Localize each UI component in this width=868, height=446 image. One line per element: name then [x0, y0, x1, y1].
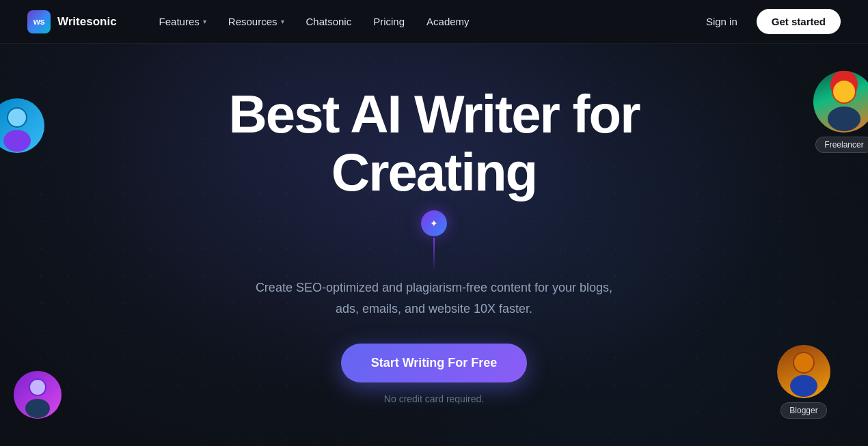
nav-item-resources[interactable]: Resources ▾ — [219, 10, 294, 33]
hero-title: Best AI Writer for Creating — [126, 85, 742, 203]
nav-item-features[interactable]: Features ▾ — [150, 10, 216, 33]
logo-area[interactable]: ws Writesonic — [27, 10, 117, 33]
nav-item-academy[interactable]: Academy — [417, 10, 479, 33]
cta-button[interactable]: Start Writing For Free — [341, 344, 528, 382]
svg-point-8 — [3, 130, 31, 152]
hero-section: Best AI Writer for Creating ✦ Create SEO… — [0, 44, 868, 446]
avatar-blogger: Blogger — [777, 345, 830, 419]
chevron-down-icon: ▾ — [203, 18, 206, 25]
navbar: ws Writesonic Features ▾ Resources ▾ Cha… — [0, 0, 868, 44]
avatar-freelancer: Freelancer — [813, 71, 868, 153]
nav-item-chatsonic[interactable]: Chatsonic — [297, 10, 362, 33]
sign-in-button[interactable]: Sign in — [698, 10, 746, 33]
svg-point-5 — [790, 375, 817, 397]
cursor-circle-icon: ✦ — [421, 210, 447, 236]
svg-point-1 — [828, 107, 860, 131]
logo-icon: ws — [27, 10, 51, 33]
no-credit-text: No credit card required. — [384, 393, 484, 404]
svg-point-12 — [30, 380, 45, 395]
chevron-down-icon: ▾ — [281, 18, 284, 25]
freelancer-label: Freelancer — [815, 137, 868, 153]
hero-subtitle: Create SEO-optimized and plagiarism-free… — [249, 277, 619, 319]
cursor-line — [433, 238, 435, 272]
get-started-button[interactable]: Get started — [757, 9, 841, 34]
nav-right: Sign in Get started — [698, 9, 841, 34]
nav-item-pricing[interactable]: Pricing — [364, 10, 414, 33]
avatar-left-bottom — [14, 371, 62, 419]
svg-point-3 — [833, 81, 855, 102]
brand-name: Writesonic — [57, 15, 117, 29]
svg-point-9 — [8, 109, 26, 126]
nav-links: Features ▾ Resources ▾ Chatsonic Pricing… — [150, 10, 698, 33]
logo-letters: ws — [33, 16, 44, 27]
svg-point-11 — [25, 399, 50, 418]
blogger-label: Blogger — [781, 402, 826, 419]
cursor-widget: ✦ — [421, 210, 447, 272]
svg-point-6 — [794, 353, 813, 372]
avatar-left-partial — [0, 98, 44, 153]
